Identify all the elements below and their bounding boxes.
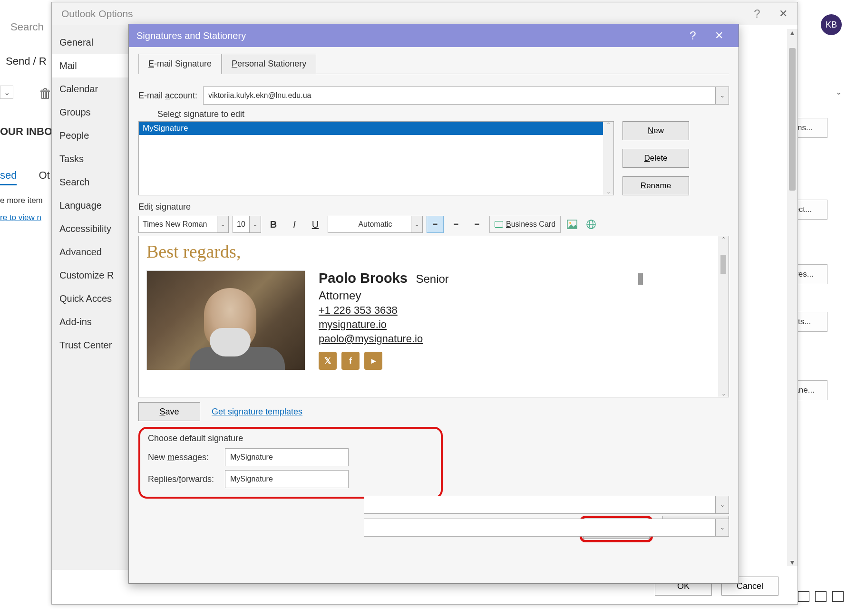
send-receive-fragment: Send / R bbox=[6, 55, 47, 67]
tab-personal-stationery[interactable]: Personal Stationery bbox=[222, 54, 316, 74]
view-mode-icons[interactable] bbox=[798, 591, 844, 602]
youtube-icon[interactable]: ▸ bbox=[364, 352, 382, 370]
user-avatar[interactable]: KB bbox=[821, 14, 842, 35]
trash-icon[interactable]: 🗑 bbox=[39, 86, 52, 101]
font-color-select[interactable]: Automatic⌄ bbox=[328, 216, 423, 233]
editor-scrollbar[interactable]: ⌃⌄ bbox=[718, 236, 729, 397]
chevron-down-icon[interactable]: ⌄ bbox=[411, 216, 422, 232]
options-scrollbar[interactable]: ▲ ▼ bbox=[787, 29, 798, 566]
signature-photo bbox=[146, 270, 305, 370]
list-scrollbar[interactable]: ⌃⌄ bbox=[603, 122, 613, 195]
nav-trust-center[interactable]: Trust Center bbox=[52, 334, 133, 357]
svg-point-1 bbox=[569, 222, 571, 224]
rename-signature-button[interactable]: Rename bbox=[623, 176, 689, 195]
chevron-down-icon[interactable]: ⌄ bbox=[715, 519, 729, 536]
signature-greeting: Best regards, bbox=[146, 241, 721, 262]
help-icon[interactable]: ? bbox=[679, 29, 707, 42]
align-left-button[interactable]: ≡ bbox=[427, 216, 444, 233]
select-signature-label: Select signature to edit bbox=[157, 109, 244, 119]
chevron-down-icon[interactable]: ⌄ bbox=[249, 216, 261, 232]
nav-groups[interactable]: Groups bbox=[52, 101, 133, 124]
signatures-titlebar: Signatures and Stationery ? ✕ bbox=[129, 24, 739, 47]
dropdown-icon[interactable]: ⌄ bbox=[0, 86, 13, 99]
nav-addins[interactable]: Add-ins bbox=[52, 310, 133, 334]
save-button[interactable]: Save bbox=[138, 402, 200, 421]
nav-accessibility[interactable]: Accessibility bbox=[52, 217, 133, 241]
nav-quick-access[interactable]: Quick Acces bbox=[52, 287, 133, 310]
font-size-select[interactable]: 10⌄ bbox=[233, 216, 261, 233]
ribbon-chevron-icon[interactable]: ⌄ bbox=[836, 87, 842, 96]
nav-mail[interactable]: Mail bbox=[52, 54, 133, 77]
signature-email[interactable]: paolo@mysignature.io bbox=[319, 333, 449, 345]
signature-site[interactable]: mysignature.io bbox=[319, 318, 449, 331]
email-account-label: E-mail account: bbox=[138, 91, 197, 101]
email-account-select[interactable]: viktoriia.kulyk.ekn@lnu.edu.ua ⌄ bbox=[203, 87, 729, 105]
italic-button[interactable]: I bbox=[286, 216, 303, 233]
delete-signature-button[interactable]: Delete bbox=[623, 149, 689, 168]
close-icon[interactable]: ✕ bbox=[769, 8, 798, 20]
text-cursor bbox=[638, 273, 643, 285]
replies-forwards-label: Replies/forwards: bbox=[148, 474, 219, 484]
options-titlebar: Outlook Options ? ✕ bbox=[52, 2, 798, 25]
chevron-down-icon[interactable]: ⌄ bbox=[715, 496, 729, 513]
search-placeholder[interactable]: Search bbox=[10, 21, 44, 33]
choose-default-heading: Choose default signature bbox=[148, 433, 433, 443]
edit-signature-label: Edit signature bbox=[138, 202, 729, 212]
email-account-value: viktoriia.kulyk.ekn@lnu.edu.ua bbox=[208, 91, 311, 100]
tab-focused-fragment[interactable]: sed bbox=[0, 169, 17, 185]
nav-customize-ribbon[interactable]: Customize R bbox=[52, 264, 133, 287]
tab-other-fragment[interactable]: Ot bbox=[39, 169, 50, 181]
nav-tasks[interactable]: Tasks bbox=[52, 147, 133, 171]
business-card-button[interactable]: Business Card bbox=[489, 216, 561, 233]
signature-phone[interactable]: +1 226 353 3638 bbox=[319, 304, 449, 317]
nav-people[interactable]: People bbox=[52, 124, 133, 147]
chevron-down-icon[interactable]: ⌄ bbox=[217, 216, 228, 232]
get-templates-link[interactable]: Get signature templates bbox=[212, 407, 302, 417]
view-link-fragment[interactable]: re to view n bbox=[0, 213, 41, 222]
new-messages-select-ext[interactable]: ⌄ bbox=[364, 496, 729, 514]
tab-email-signature[interactable]: E-mail Signature bbox=[138, 54, 222, 74]
new-messages-select[interactable]: MySignature bbox=[225, 448, 349, 466]
font-family-select[interactable]: Times New Roman⌄ bbox=[138, 216, 229, 233]
scrollbar-thumb[interactable] bbox=[789, 48, 796, 191]
nav-search[interactable]: Search bbox=[52, 171, 133, 194]
nav-calendar[interactable]: Calendar bbox=[52, 77, 133, 101]
signatures-tabs: E-mail Signature Personal Stationery bbox=[138, 54, 729, 74]
nav-language[interactable]: Language bbox=[52, 194, 133, 217]
signature-info: Paolo Brooks Senior Attorney +1 226 353 … bbox=[319, 270, 449, 370]
more-items-fragment: e more item bbox=[0, 196, 43, 205]
chevron-down-icon[interactable]: ⌄ bbox=[715, 87, 729, 104]
close-icon[interactable]: ✕ bbox=[707, 29, 731, 42]
card-icon bbox=[495, 221, 503, 228]
options-title: Outlook Options bbox=[61, 8, 133, 19]
inbox-heading-fragment: OUR INBO bbox=[0, 125, 52, 138]
replies-forwards-select[interactable]: MySignature bbox=[225, 470, 349, 488]
insert-hyperlink-icon[interactable] bbox=[584, 217, 599, 232]
align-right-button[interactable]: ≡ bbox=[468, 216, 486, 233]
align-center-button[interactable]: ≡ bbox=[447, 216, 465, 233]
default-signature-highlight: Choose default signature New messages: M… bbox=[138, 427, 443, 499]
new-signature-button[interactable]: New bbox=[623, 121, 689, 140]
replies-forwards-select-ext[interactable]: ⌄ bbox=[364, 519, 729, 537]
signatures-dialog: Signatures and Stationery ? ✕ E-mail Sig… bbox=[128, 24, 739, 584]
insert-picture-icon[interactable] bbox=[564, 217, 580, 232]
signature-list-item[interactable]: MySignature bbox=[139, 122, 613, 135]
signature-editor[interactable]: Best regards, Paolo Brooks Senior Attorn… bbox=[138, 236, 729, 397]
bold-button[interactable]: B bbox=[265, 216, 282, 233]
nav-general[interactable]: General bbox=[52, 31, 133, 54]
nav-advanced[interactable]: Advanced bbox=[52, 241, 133, 264]
twitter-icon[interactable]: 𝕏 bbox=[319, 352, 337, 370]
signature-role-2: Attorney bbox=[319, 289, 449, 302]
signature-name: Paolo Brooks bbox=[319, 270, 408, 286]
options-nav: General Mail Calendar Groups People Task… bbox=[52, 25, 133, 570]
new-messages-label: New messages: bbox=[148, 452, 219, 462]
signature-list[interactable]: MySignature ⌃⌄ bbox=[138, 121, 614, 195]
facebook-icon[interactable]: f bbox=[341, 352, 360, 370]
signatures-title: Signatures and Stationery bbox=[136, 30, 246, 41]
underline-button[interactable]: U bbox=[307, 216, 324, 233]
help-icon[interactable]: ? bbox=[745, 7, 769, 20]
signature-role-1: Senior bbox=[416, 272, 448, 285]
signature-toolbar: Times New Roman⌄ 10⌄ B I U Automatic⌄ ≡ … bbox=[138, 216, 729, 233]
